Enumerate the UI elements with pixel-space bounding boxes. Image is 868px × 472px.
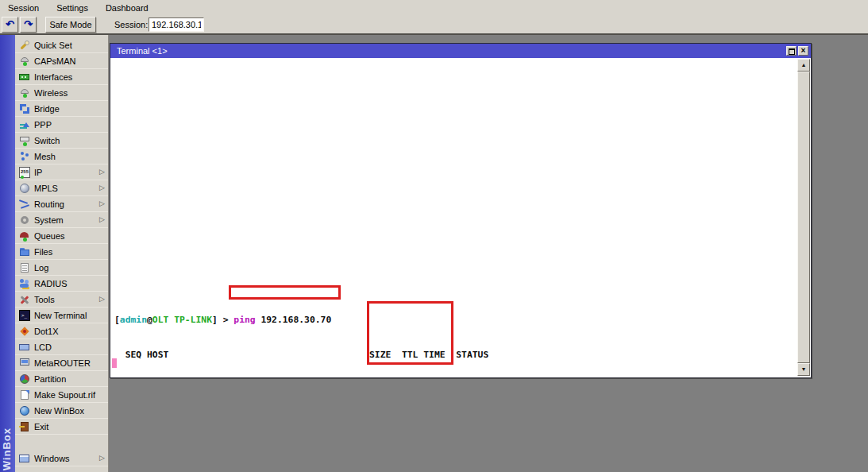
gear-icon	[19, 215, 30, 226]
sphere-icon	[19, 183, 30, 194]
sidebar-item-mesh[interactable]: Mesh	[15, 149, 108, 164]
sidebar-item-ppp[interactable]: PPP	[15, 117, 108, 133]
lcd-screen-icon	[19, 342, 30, 353]
chevron-right-icon: ▷	[99, 454, 105, 462]
sidebar-item-mpls[interactable]: MPLS ▷	[15, 180, 108, 196]
menu-dashboard[interactable]: Dashboard	[101, 1, 156, 15]
sidebar-item-metarouter[interactable]: MetaROUTER	[15, 355, 108, 371]
sidebar-item-wireless[interactable]: Wireless	[15, 85, 108, 101]
scroll-up-button[interactable]: ▲	[797, 59, 810, 72]
monitor-icon	[19, 358, 30, 369]
sidebar-menu: Quick Set CAPsMAN Interfaces Wireless Br…	[15, 35, 108, 472]
sidebar-item-label: MetaROUTER	[34, 358, 91, 368]
sidebar-item-partition[interactable]: Partition	[15, 371, 108, 387]
folder-icon	[19, 246, 30, 257]
sidebar-item-label: Make Supout.rif	[34, 390, 95, 400]
wand-icon	[19, 40, 30, 51]
ping-command: ping	[233, 314, 255, 325]
sidebar-item-quick-set[interactable]: Quick Set	[15, 37, 108, 53]
sidebar-item-exit[interactable]: Exit	[15, 419, 108, 435]
sidebar-item-label: Quick Set	[34, 41, 72, 50]
log-sheet-icon	[19, 262, 30, 273]
chevron-right-icon: ▷	[99, 295, 105, 304]
session-input[interactable]	[149, 17, 204, 32]
redo-button[interactable]: ↷	[20, 17, 37, 33]
sidebar-item-files[interactable]: Files	[15, 244, 108, 260]
sidebar-item-label: Exit	[34, 422, 48, 431]
sidebar-item-label: Log	[34, 263, 48, 273]
sidebar-item-bridge[interactable]: Bridge	[15, 101, 108, 117]
sidebar-item-ip[interactable]: 255 IP ▷	[15, 164, 108, 180]
sidebar-item-label: Bridge	[34, 104, 60, 114]
sidebar-item-make-supout[interactable]: Make Supout.rif	[15, 387, 108, 403]
chevron-right-icon: ▷	[99, 199, 105, 208]
tools-icon	[19, 294, 30, 305]
sidebar-item-label: Windows	[34, 454, 70, 463]
terminal-icon: >_	[19, 310, 30, 321]
sidebar-item-dot1x[interactable]: Dot1X	[15, 323, 108, 339]
sidebar-item-new-terminal[interactable]: >_ New Terminal	[15, 308, 108, 323]
sidebar-item-label: New WinBox	[34, 406, 84, 416]
undo-button[interactable]: ↶	[2, 17, 18, 33]
mesh-icon	[19, 151, 30, 162]
window-icon	[19, 453, 30, 464]
terminal-titlebar[interactable]: Terminal <1>	[110, 44, 811, 58]
maximize-button[interactable]	[786, 46, 797, 56]
arrow-down-icon: ▼	[801, 366, 807, 372]
arrow-up-icon: ▲	[801, 62, 807, 68]
redo-icon: ↷	[24, 18, 33, 30]
sidebar-item-label: PPP	[34, 120, 52, 130]
switch-icon	[19, 135, 30, 146]
sidebar-gap	[15, 435, 108, 451]
terminal-title: Terminal <1>	[117, 46, 168, 56]
sidebar-item-label: System	[34, 215, 64, 225]
vertical-scrollbar[interactable]: ▲ ▼	[797, 59, 810, 376]
sidebar-item-label: Queues	[34, 231, 65, 241]
sidebar-item-label: RADIUS	[34, 279, 68, 288]
sidebar-item-switch[interactable]: Switch	[15, 133, 108, 149]
undo-icon: ↶	[6, 18, 14, 30]
sidebar-item-label: Interfaces	[34, 72, 72, 82]
sidebar-item-log[interactable]: Log	[15, 260, 108, 276]
safe-mode-button[interactable]: Safe Mode	[45, 17, 96, 33]
scrollbar-thumb[interactable]	[797, 72, 810, 363]
sidebar-item-interfaces[interactable]: Interfaces	[15, 69, 108, 85]
prompt-device: OLT TP-LINK	[152, 314, 212, 325]
terminal-prompt-line: [admin@OLT TP-LINK] > ping 192.168.30.70	[114, 314, 488, 326]
globe-icon	[19, 405, 30, 416]
users-key-icon	[19, 278, 30, 289]
menu-settings[interactable]: Settings	[52, 1, 96, 15]
wireless-antenna-icon	[19, 87, 30, 99]
sidebar-item-new-winbox[interactable]: New WinBox	[15, 403, 108, 419]
terminal-output-area[interactable]: [admin@OLT TP-LINK] > ping 192.168.30.70…	[111, 58, 810, 377]
exit-door-icon	[19, 421, 30, 432]
bridge-arrows-icon	[19, 103, 30, 114]
document-icon	[19, 389, 30, 400]
prompt-user: admin	[120, 314, 147, 325]
sidebar-item-lcd[interactable]: LCD	[15, 339, 108, 355]
sidebar-item-label: Dot1X	[34, 327, 59, 336]
menu-session[interactable]: Session	[3, 1, 47, 15]
sidebar-item-radius[interactable]: RADIUS	[15, 276, 108, 292]
terminal-text: [admin@OLT TP-LINK] > ping 192.168.30.70…	[114, 291, 488, 377]
sidebar-item-label: LCD	[34, 342, 52, 352]
ip-255-icon: 255	[19, 167, 30, 178]
sidebar-item-label: Mesh	[34, 152, 56, 161]
session-label: Session:	[114, 16, 148, 33]
scroll-down-button[interactable]: ▼	[797, 363, 810, 376]
sidebar-item-capsman[interactable]: CAPsMAN	[15, 53, 108, 69]
sidebar-item-routing[interactable]: Routing ▷	[15, 196, 108, 212]
sidebar-item-tools[interactable]: Tools ▷	[15, 292, 108, 308]
chevron-right-icon: ▷	[99, 184, 105, 192]
sidebar-item-queues[interactable]: Queues	[15, 228, 108, 244]
sidebar-item-windows[interactable]: Windows ▷	[15, 451, 108, 466]
routing-arrows-icon	[19, 199, 30, 210]
sidebar-item-label: Files	[34, 247, 52, 257]
chevron-right-icon: ▷	[99, 215, 105, 224]
menubar: Session Settings Dashboard	[0, 0, 868, 17]
sidebar-item-system[interactable]: System ▷	[15, 212, 108, 228]
antenna-icon	[19, 56, 30, 67]
sidebar-item-label: IP	[34, 168, 42, 177]
close-button[interactable]: ×	[798, 46, 808, 56]
sidebar-item-label: MPLS	[34, 184, 58, 193]
